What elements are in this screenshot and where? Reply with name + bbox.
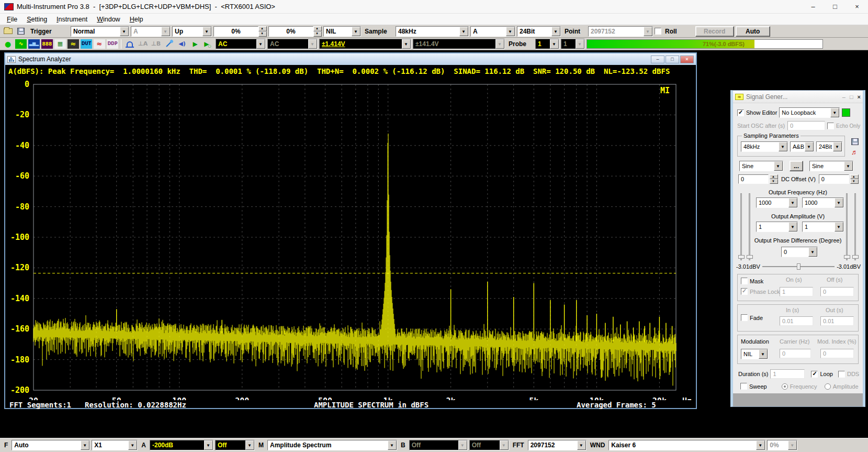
more-waveform-button[interactable]: ... [790,161,803,171]
amplitude-b-combo[interactable]: 1 [802,222,844,232]
sg-music-icon[interactable]: ♬ [851,148,858,156]
play-icon[interactable]: ▶ [189,39,201,49]
waveform-b-combo[interactable]: Sine [809,161,853,171]
fft-points-combo[interactable]: 2097152 [528,440,587,450]
echo-only-checkbox [827,123,834,129]
open-file-icon[interactable] [2,27,14,36]
sweep-checkbox[interactable] [740,383,747,390]
play-loop-icon[interactable]: ▶ [202,39,214,49]
sweep-frequency-label: Frequency [790,383,817,390]
sg-minimize-button[interactable]: – [842,94,846,100]
sg-save-icon[interactable] [849,137,861,146]
output-amplitude-label: Output Amplitude (V) [733,213,863,219]
zoom-combo[interactable]: X1 [92,440,138,450]
sweep-label: Sweep [749,383,767,390]
spectrum-3d-plot-icon[interactable]: ▦ [54,39,66,49]
window-function-combo[interactable]: Kaiser 6 [608,440,765,450]
sg-sample-rate-combo[interactable]: 48kHz [741,141,788,152]
range-a-display-combo[interactable]: -200dB [150,440,213,450]
resolution-text: Resolution: 0.0228882Hz [85,401,186,409]
x-tick-label: 2k [446,396,456,400]
offset-b-display-combo: Off [469,440,509,450]
phase-lock-label: Phase Lock [750,289,780,295]
save-file-icon[interactable] [15,27,27,36]
ddp-viewer-icon[interactable]: DDP [107,39,118,49]
range-a-combo[interactable]: ±1.414V [319,39,411,49]
signal-generator-icon[interactable]: ≈ [67,39,79,49]
sample-bits-combo[interactable]: 24Bit [517,26,561,37]
frequency-axis-combo[interactable]: Auto [12,440,90,450]
menu-file[interactable]: File [3,15,21,24]
x-axis-unit: Hz [682,396,692,400]
trigger-level-spinner[interactable] [258,26,267,37]
sg-channels-combo[interactable]: A&B [790,141,814,152]
trigger-edge-combo[interactable]: Up [172,26,212,37]
dc-offset-a-spinner[interactable] [770,174,778,184]
view-mode-combo[interactable]: Amplitude Spectrum [267,440,397,450]
trigger-delay-spinner[interactable] [313,26,322,37]
probe-a-combo[interactable]: 1 [535,39,559,49]
echo-only-label: Echo Only [836,123,860,129]
level-slider-a2[interactable] [749,193,750,260]
dds-label: DDS [847,371,859,377]
spectrum-maximize-button[interactable]: □ [666,56,679,63]
loop-checkbox[interactable] [811,371,818,378]
calibration-icon[interactable] [163,39,175,49]
auto-button[interactable]: Auto [736,26,770,37]
level-slider-b2[interactable] [854,193,856,260]
level-slider-a1[interactable] [740,193,742,260]
menu-window[interactable]: Window [93,15,123,24]
dc-offset-a-input[interactable]: 0 [738,174,769,184]
spectrum-window-title: Spectrum Analyzer [18,56,71,63]
minimize-button[interactable]: – [802,1,824,13]
spectrum-window-titlebar[interactable]: Spectrum Analyzer – □ × [5,53,696,65]
alarm-icon[interactable] [124,39,136,49]
speaker-icon[interactable]: ◀) [176,39,188,49]
device-test-plan-icon[interactable]: DUT [81,39,92,49]
sg-close-button[interactable]: × [858,94,861,100]
y-tick-label: -40 [15,141,29,150]
roll-checkbox[interactable] [655,28,661,35]
run-icon[interactable]: ● [2,39,14,49]
spectrum-minimize-button[interactable]: – [651,56,664,63]
offset-a-display-combo[interactable]: Off [215,440,255,450]
frequency-a-combo[interactable]: 1000 [756,197,798,208]
trigger-mode-combo[interactable]: Normal [71,26,129,37]
dc-offset-b-spinner[interactable] [850,174,859,184]
mask-checkbox[interactable] [741,278,748,284]
trigger-level-input[interactable]: 0% [213,26,258,37]
maximize-button[interactable]: □ [824,1,846,13]
sample-rate-combo[interactable]: 48kHz [396,26,469,37]
spectrum-analyzer-icon[interactable]: ▃▆▂ [28,39,40,49]
phase-combo[interactable]: 0 [781,247,818,257]
spectrum-close-button[interactable]: × [680,56,694,63]
generator-on-button[interactable] [842,108,850,117]
close-button[interactable]: × [846,1,868,13]
amplitude-a-combo[interactable]: 1 [756,222,798,232]
trigger-nil-combo[interactable]: NIL [323,26,361,37]
coupling-a-combo[interactable]: AC [216,39,266,49]
fade-checkbox[interactable] [741,314,748,321]
oscilloscope-icon[interactable]: ∿ [15,39,27,49]
show-editor-checkbox[interactable] [737,109,744,116]
multimeter-icon[interactable]: 888 [41,39,53,49]
modulation-type-combo[interactable]: NIL [741,349,768,359]
sample-channel-combo[interactable]: A [470,26,515,37]
level-slider-b1[interactable] [846,193,848,260]
balance-slider[interactable] [762,266,835,267]
output-phase-label: Output Phase Difference (Degree) [733,237,863,244]
derived-data-curves-icon[interactable]: ≈ [94,39,105,49]
menu-instrument[interactable]: Instrument [53,15,91,24]
loopback-combo[interactable]: No Loopback [779,107,840,118]
dc-offset-b-input[interactable]: 0 [819,174,849,184]
sg-maximize-button[interactable]: □ [850,94,853,100]
menu-setting[interactable]: Setting [23,15,51,24]
sg-bits-combo[interactable]: 24Bit [816,141,842,152]
start-osc-label: Start OSC after (s) [737,123,785,129]
waveform-a-combo[interactable]: Sine [739,161,783,171]
frequency-b-combo[interactable]: 1000 [802,197,844,208]
signal-generator-titlebar[interactable]: ≈ Signal Gener... – □ × [733,91,863,103]
menu-help[interactable]: Help [126,15,147,24]
trigger-delay-input[interactable]: 0% [268,26,313,37]
duration-input: 1 [770,369,805,379]
